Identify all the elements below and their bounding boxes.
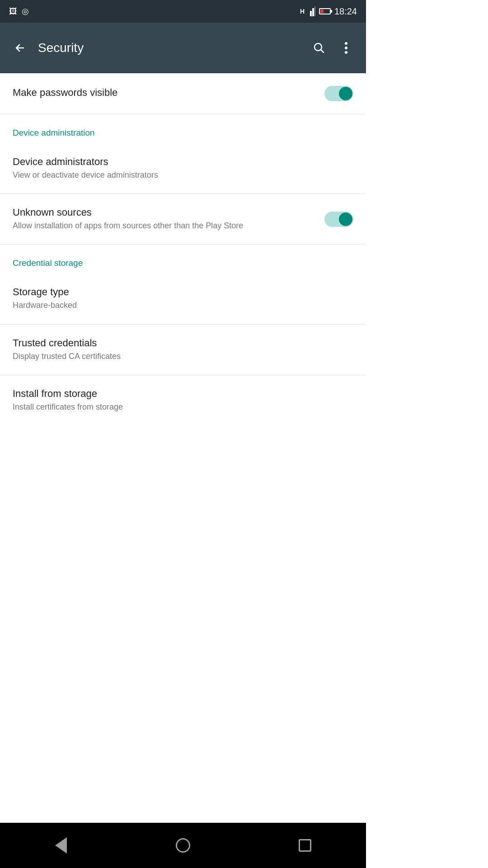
- unknown-sources-subtitle: Allow installation of apps from sources …: [13, 220, 324, 231]
- svg-text:H: H: [300, 8, 305, 15]
- back-button[interactable]: [11, 39, 29, 57]
- svg-point-7: [345, 51, 347, 54]
- app-bar-actions: [310, 39, 355, 57]
- signal-icon: H: [300, 6, 315, 16]
- unknown-sources-text: Unknown sources Allow installation of ap…: [13, 207, 324, 231]
- status-bar-left: 🖼 ◎: [9, 6, 29, 16]
- status-time: 18:24: [334, 6, 357, 17]
- install-from-storage-text: Install from storage Install certificate…: [13, 388, 353, 413]
- nav-recents-icon: [299, 839, 311, 852]
- device-administrators-text: Device administrators View or deactivate…: [13, 156, 353, 181]
- nav-recents-button[interactable]: [291, 832, 319, 859]
- unknown-sources-title: Unknown sources: [13, 207, 324, 218]
- trusted-credentials-row[interactable]: Trusted credentials Display trusted CA c…: [0, 325, 366, 375]
- search-button[interactable]: [310, 39, 328, 57]
- svg-point-6: [345, 47, 347, 49]
- gallery-icon: 🖼: [9, 7, 17, 16]
- status-bar: 🖼 ◎ H 18:24: [0, 0, 366, 23]
- trusted-credentials-subtitle: Display trusted CA certificates: [13, 351, 353, 362]
- credential-storage-header: Credential storage: [0, 245, 366, 274]
- install-from-storage-row[interactable]: Install from storage Install certificate…: [0, 375, 366, 425]
- wifi-calling-icon: ◎: [22, 6, 29, 16]
- storage-type-row[interactable]: Storage type Hardware-backed: [0, 274, 366, 324]
- device-administrators-subtitle: View or deactivate device administrators: [13, 170, 353, 181]
- unknown-sources-row[interactable]: Unknown sources Allow installation of ap…: [0, 194, 366, 245]
- svg-marker-2: [312, 8, 314, 16]
- storage-type-text: Storage type Hardware-backed: [13, 286, 353, 311]
- nav-home-icon: [176, 838, 190, 853]
- storage-type-subtitle: Hardware-backed: [13, 300, 353, 311]
- storage-type-title: Storage type: [13, 286, 353, 298]
- content: Make passwords visible Device administra…: [0, 73, 366, 823]
- svg-marker-3: [314, 6, 315, 16]
- app-bar: Security: [0, 23, 366, 73]
- make-passwords-visible-text: Make passwords visible: [13, 87, 324, 100]
- device-administrators-row[interactable]: Device administrators View or deactivate…: [0, 143, 366, 194]
- trusted-credentials-text: Trusted credentials Display trusted CA c…: [13, 337, 353, 362]
- make-passwords-visible-toggle[interactable]: [324, 86, 353, 101]
- svg-marker-1: [310, 11, 312, 16]
- device-administrators-title: Device administrators: [13, 156, 353, 168]
- nav-back-icon: [55, 837, 67, 854]
- nav-home-button[interactable]: [169, 832, 197, 859]
- install-from-storage-subtitle: Install certificates from storage: [13, 401, 353, 413]
- page-title: Security: [38, 41, 301, 55]
- nav-back-button[interactable]: [47, 832, 75, 859]
- make-passwords-visible-row[interactable]: Make passwords visible: [0, 73, 366, 114]
- battery-icon: [319, 8, 331, 14]
- device-administration-header: Device administration: [0, 114, 366, 143]
- svg-point-5: [345, 42, 347, 45]
- make-passwords-visible-title: Make passwords visible: [13, 87, 324, 99]
- unknown-sources-toggle[interactable]: [324, 212, 353, 227]
- status-bar-right: H 18:24: [300, 6, 357, 17]
- install-from-storage-title: Install from storage: [13, 388, 353, 400]
- more-options-button[interactable]: [337, 39, 355, 57]
- navigation-bar: [0, 823, 366, 868]
- trusted-credentials-title: Trusted credentials: [13, 337, 353, 349]
